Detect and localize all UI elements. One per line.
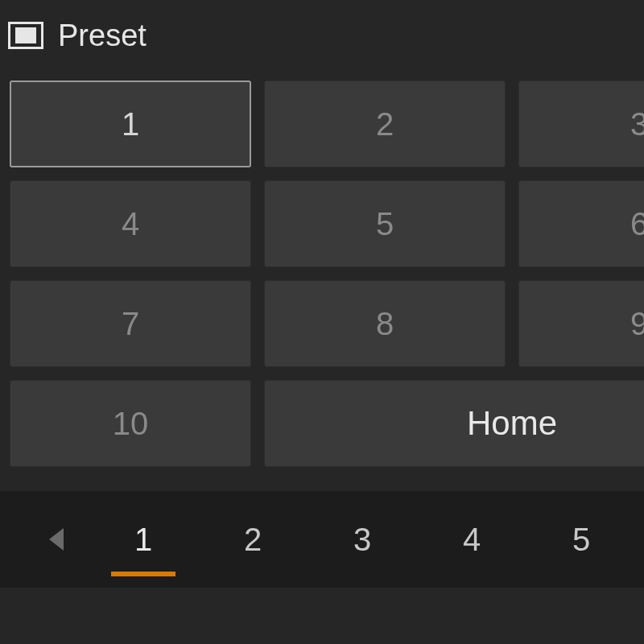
preset-button-9[interactable]: 9 bbox=[518, 280, 644, 367]
preset-button-10[interactable]: 10 bbox=[10, 380, 251, 467]
page-tab-2[interactable]: 2 bbox=[198, 499, 308, 580]
preset-row: 10 Home bbox=[10, 380, 644, 467]
page-tab-1[interactable]: 1 bbox=[89, 499, 198, 580]
preset-grid: 1 2 3 4 5 6 7 8 9 10 Home bbox=[10, 80, 644, 480]
preset-button-7[interactable]: 7 bbox=[10, 280, 251, 367]
preset-button-3[interactable]: 3 bbox=[518, 80, 644, 167]
preset-row: 7 8 9 bbox=[10, 280, 644, 367]
page-tab-4[interactable]: 4 bbox=[417, 499, 526, 580]
preset-row: 4 5 6 bbox=[10, 180, 644, 267]
preset-button-8[interactable]: 8 bbox=[264, 280, 506, 367]
preset-button-5[interactable]: 5 bbox=[264, 180, 506, 267]
panel-header: Preset bbox=[0, 0, 644, 56]
preset-row: 1 2 3 bbox=[10, 80, 644, 167]
page-tabs: 1 2 3 4 5 bbox=[0, 491, 644, 588]
preset-icon bbox=[8, 22, 43, 49]
preset-button-4[interactable]: 4 bbox=[10, 180, 251, 267]
preset-panel: Preset 1 2 3 4 5 6 7 8 9 10 Home 1 2 3 4… bbox=[0, 0, 644, 644]
preset-button-2[interactable]: 2 bbox=[264, 80, 506, 167]
page-prev-button[interactable] bbox=[32, 515, 80, 564]
home-button[interactable]: Home bbox=[264, 380, 644, 467]
page-tab-3[interactable]: 3 bbox=[308, 499, 417, 580]
preset-button-1[interactable]: 1 bbox=[10, 80, 251, 167]
chevron-left-icon bbox=[49, 528, 64, 551]
page-tab-5[interactable]: 5 bbox=[526, 499, 636, 580]
panel-footer bbox=[0, 588, 644, 644]
panel-title: Preset bbox=[58, 19, 147, 53]
preset-button-6[interactable]: 6 bbox=[518, 180, 644, 267]
